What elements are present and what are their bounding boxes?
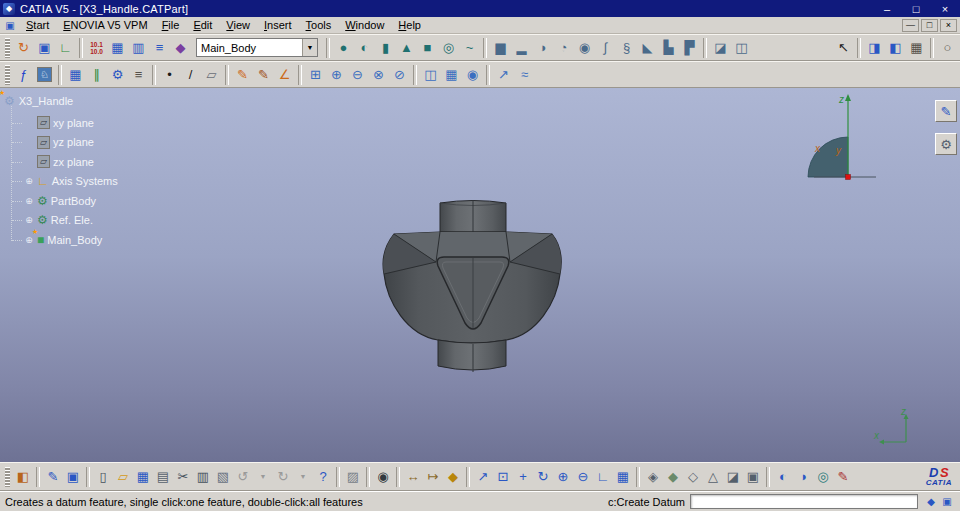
add-body-icon[interactable]: ⊕ [326,64,347,85]
tree-item-partbody[interactable]: ⊕ ⚙ PartBody [11,191,118,211]
hemisphere-icon[interactable]: ◐ [354,37,375,58]
tree-item-ref-ele[interactable]: ⊕ ⚙ Ref. Ele. [11,211,118,231]
assemble-icon[interactable]: ⊞ [305,64,326,85]
menu-start[interactable]: Start [19,18,56,32]
clipboard-icon[interactable]: ▨ [343,466,363,488]
select-icon[interactable]: ↖ [833,37,854,58]
scaling-icon[interactable]: ↗ [493,64,514,85]
pad-icon[interactable]: ▆ [490,37,511,58]
expand-icon[interactable]: ⊕ [24,235,34,245]
hidden-line-icon[interactable]: ◪ [723,466,743,488]
model-x3-handle[interactable] [372,196,572,381]
shading-icon[interactable]: ◆ [663,466,683,488]
drafted-pad-icon[interactable]: ▛ [679,37,700,58]
cone-icon[interactable]: ▲ [396,37,417,58]
commands-list-icon[interactable]: ▣ [939,494,955,510]
viewport-3d[interactable]: ⚙ ★ X3_Handle ▱ xy plane ▱ [0,88,960,462]
undo-icon[interactable]: ↺ [233,466,253,488]
shading-edges-icon[interactable]: ◇ [683,466,703,488]
fly-mode-icon[interactable]: ↗ [473,466,493,488]
slot-icon[interactable]: § [616,37,637,58]
multi-pad-icon[interactable]: ▙ [658,37,679,58]
expand-icon[interactable]: ⊕ [24,196,34,206]
compass-tool-icon[interactable]: ⚙ [935,133,957,155]
workbench-icon[interactable]: ▣ [63,466,83,488]
axis-system-icon[interactable]: ∟ [55,37,76,58]
expand-icon[interactable]: ⊕ [24,176,34,186]
graphic-properties-icon[interactable]: ◧ [13,466,33,488]
cut-icon[interactable]: ✂ [173,466,193,488]
positioned-sketch-icon[interactable]: ✎ [253,64,274,85]
equivalent-dimensions-icon[interactable]: ≡ [128,64,149,85]
selection-sets-icon[interactable]: ◨ [864,37,885,58]
paste-icon[interactable]: ▧ [213,466,233,488]
menu-enovia[interactable]: ENOVIA V5 VPM [56,18,154,32]
zoom-in-icon[interactable]: ⊕ [553,466,573,488]
customize-view-icon[interactable]: ▣ [743,466,763,488]
intersect-body-icon[interactable]: ⊗ [368,64,389,85]
redo-history-icon[interactable]: ▼ [293,466,313,488]
object-list-icon[interactable]: ≡ [149,37,170,58]
current-workbench-icon[interactable]: ✎ [935,100,957,122]
menu-edit[interactable]: Edit [186,18,219,32]
tree-item-yz-plane[interactable]: ▱ yz plane [11,133,118,153]
save-icon[interactable]: ▦ [133,466,153,488]
thickness-icon[interactable]: ≈ [514,64,535,85]
measure-inertia-icon[interactable]: ◆ [443,466,463,488]
torus-icon[interactable]: ◎ [438,37,459,58]
normal-view-icon[interactable]: ∟ [593,466,613,488]
enovia-sync-icon[interactable]: ↻ [13,37,34,58]
open-file-icon[interactable]: ▱ [113,466,133,488]
sweep-icon[interactable]: ~ [459,37,480,58]
sphere-icon[interactable]: ● [333,37,354,58]
wireframe-icon[interactable]: △ [703,466,723,488]
chevron-down-icon[interactable]: ▼ [302,39,317,56]
sew-surface-icon[interactable]: ◪ [710,37,731,58]
document-close-button[interactable]: × [940,19,957,32]
compass[interactable]: z x y [806,90,886,190]
rib-icon[interactable]: ∫ [595,37,616,58]
tree-item-zx-plane[interactable]: ▱ zx plane [11,152,118,172]
sketcher-icon[interactable]: ✎ [43,466,63,488]
menu-tools[interactable]: Tools [299,18,339,32]
quick-select-icon[interactable]: ○ [937,37,958,58]
command-input[interactable] [690,494,918,509]
close-button[interactable]: × [933,3,957,15]
relations-icon[interactable]: ⚙ [107,64,128,85]
union-trim-icon[interactable]: ⊘ [389,64,410,85]
sketch-icon[interactable]: ✎ [232,64,253,85]
cube-icon[interactable]: ■ [417,37,438,58]
mirror-icon[interactable]: ◫ [420,64,441,85]
swap-space-icon[interactable]: ◑ [793,466,813,488]
rotate-icon[interactable]: ↻ [533,466,553,488]
tree-item-xy-plane[interactable]: ▱ xy plane [11,113,118,133]
measure-between-icon[interactable]: ↔ [403,466,423,488]
close-surface-icon[interactable]: ◫ [731,37,752,58]
stiffener-icon[interactable]: ◣ [637,37,658,58]
menu-file[interactable]: File [155,18,187,32]
tip-icon[interactable]: ◆ [923,494,939,510]
menu-insert[interactable]: Insert [257,18,299,32]
remove-body-icon[interactable]: ⊖ [347,64,368,85]
document-restore-button[interactable]: □ [921,19,938,32]
copy-icon[interactable]: ▥ [193,466,213,488]
menu-help[interactable]: Help [391,18,428,32]
shaft-icon[interactable]: ◑ [532,37,553,58]
print-icon[interactable]: ▤ [153,466,173,488]
document-minimize-button[interactable]: — [902,19,919,32]
constraints-icon[interactable]: ∥ [86,64,107,85]
magnifier-icon[interactable]: ◎ [813,466,833,488]
line-icon[interactable]: / [180,64,201,85]
release-level-icon[interactable]: 10.1 10.0 [86,37,107,58]
measure-item-icon[interactable]: ↦ [423,466,443,488]
new-file-icon[interactable]: ▯ [93,466,113,488]
design-table2-icon[interactable]: ▦ [65,64,86,85]
knowledge-advisor-icon[interactable]: ♘ [34,64,55,85]
window-manager-icon[interactable]: ▣ [34,37,55,58]
formula-icon[interactable]: ƒ [13,64,34,85]
body-selector[interactable]: Main_Body ▼ [196,38,318,57]
point-icon[interactable]: • [159,64,180,85]
selection-filter-icon[interactable]: ◧ [885,37,906,58]
redo-icon[interactable]: ↻ [273,466,293,488]
hole-icon[interactable]: ◉ [574,37,595,58]
